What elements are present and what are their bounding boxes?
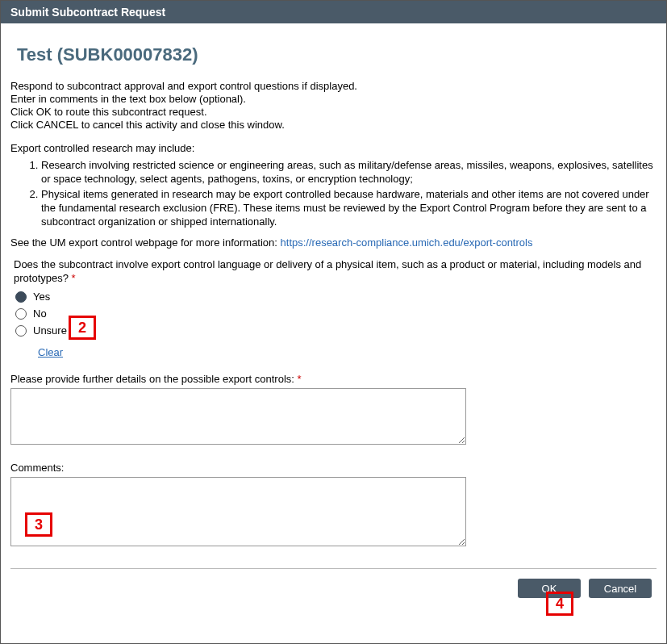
ok-button[interactable]: OK xyxy=(518,579,581,598)
question-text: Does the subcontract involve export cont… xyxy=(14,258,641,284)
export-list-item: Physical items generated in research may… xyxy=(41,188,657,229)
radio-unsure-label: Unsure xyxy=(33,324,67,337)
page-title: Test (SUBK00007832) xyxy=(17,44,657,65)
question-export-control: Does the subcontract involve export cont… xyxy=(14,258,657,286)
content-area: Test (SUBK00007832) Respond to subcontra… xyxy=(1,44,666,608)
export-list: Research involving restricted science or… xyxy=(10,159,657,228)
export-intro: Export controlled research may include: xyxy=(10,142,657,154)
radio-yes[interactable] xyxy=(15,291,27,303)
divider xyxy=(10,568,657,569)
comments-textarea[interactable] xyxy=(10,477,466,546)
titlebar: Submit Subcontract Request xyxy=(1,1,666,23)
export-link-row: See the UM export control webpage for mo… xyxy=(10,236,657,249)
instruction-line: Click OK to route this subcontract reque… xyxy=(10,106,657,118)
required-marker: * xyxy=(72,272,76,284)
link-prefix: See the UM export control webpage for mo… xyxy=(10,236,281,249)
instruction-line: Enter in comments in the text box below … xyxy=(10,93,657,105)
export-list-item: Research involving restricted science or… xyxy=(41,159,657,186)
radio-yes-label: Yes xyxy=(33,291,50,303)
details-label-row: Please provide further details on the po… xyxy=(10,373,657,385)
radio-group-export: Yes No Unsure Clear xyxy=(15,291,657,358)
radio-no-label: No xyxy=(33,307,47,320)
radio-unsure[interactable] xyxy=(15,325,27,337)
instruction-line: Click CANCEL to cancel this activity and… xyxy=(10,119,657,131)
details-label: Please provide further details on the po… xyxy=(10,373,298,385)
instruction-line: Respond to subcontract approval and expo… xyxy=(10,80,657,92)
cancel-button[interactable]: Cancel xyxy=(589,579,652,598)
button-row: OK Cancel xyxy=(10,579,657,598)
instructions-block: Respond to subcontract approval and expo… xyxy=(10,80,657,131)
export-controls-link[interactable]: https://research-compliance.umich.edu/ex… xyxy=(281,236,533,249)
radio-no[interactable] xyxy=(15,308,27,320)
details-textarea[interactable] xyxy=(10,388,466,445)
clear-selection-link[interactable]: Clear xyxy=(38,346,63,358)
dialog-window: Submit Subcontract Request Test (SUBK000… xyxy=(0,0,667,644)
required-marker: * xyxy=(298,373,302,385)
comments-label: Comments: xyxy=(10,462,657,474)
